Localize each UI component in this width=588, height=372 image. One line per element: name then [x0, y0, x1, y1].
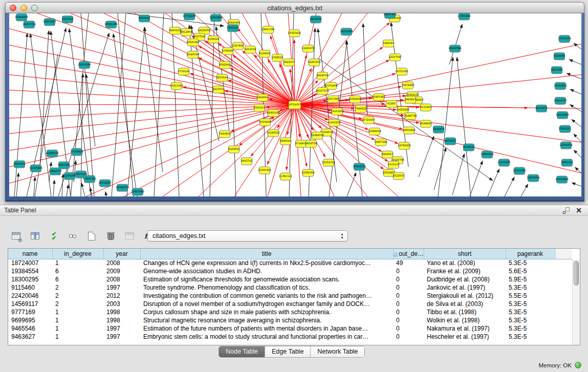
cell-title[interactable]: Estimation of significance thresholds fo…: [140, 275, 393, 283]
graph-node[interactable]: 15693251: [558, 125, 571, 133]
cell-title[interactable]: Investigating the contribution of common…: [140, 292, 393, 300]
graph-node[interactable]: 16958167: [98, 180, 111, 187]
cell-name[interactable]: 18300295: [8, 275, 52, 283]
cell-year[interactable]: 1997: [103, 324, 140, 333]
close-window-button[interactable]: [10, 5, 16, 11]
graph-node[interactable]: 8466160: [139, 15, 150, 22]
minimize-window-button[interactable]: [20, 5, 27, 11]
graph-node[interactable]: 10674487: [401, 82, 414, 89]
graph-node[interactable]: 11156863: [29, 165, 42, 172]
graph-node[interactable]: 7485083: [383, 40, 394, 47]
cell-pagerank[interactable]: 5.6E-5: [506, 267, 555, 275]
graph-node[interactable]: 8186328: [208, 36, 219, 43]
graph-node[interactable]: 8460654: [257, 94, 268, 101]
cell-pagerank[interactable]: 5.9E-5: [506, 275, 555, 283]
graph-node[interactable]: 10946204: [481, 151, 493, 158]
close-panel-icon[interactable]: ✕: [576, 206, 582, 214]
graph-node[interactable]: 8860123: [169, 27, 181, 34]
column-header-pagerank[interactable]: pagerank: [506, 249, 555, 259]
cell-short[interactable]: Hescheler et al. (1997): [424, 333, 506, 341]
cell-name[interactable]: 18724007: [8, 259, 52, 267]
graph-node[interactable]: 18325419: [288, 30, 300, 37]
tab-edge-table[interactable]: Edge Table: [265, 346, 311, 357]
cell-short[interactable]: Jankovic et al. (1997): [424, 283, 506, 292]
graph-node[interactable]: 19611795: [262, 26, 274, 33]
column-header-short[interactable]: short: [424, 249, 506, 259]
graph-node[interactable]: 20943905: [15, 14, 28, 21]
graph-node[interactable]: 1588520: [272, 54, 283, 61]
table-row[interactable]: 911546021997Tourette syndrome. Phenomeno…: [8, 283, 572, 292]
graph-node[interactable]: 15720407: [362, 117, 375, 124]
graph-node[interactable]: 9024519: [463, 144, 474, 151]
graph-node[interactable]: 17359924: [70, 148, 83, 156]
cell-year[interactable]: 1998: [103, 308, 140, 316]
cell-out_degree[interactable]: 49: [393, 259, 424, 267]
table-row[interactable]: 1872400712008Changes of HCN gene express…: [8, 259, 572, 267]
graph-node[interactable]: 8938334: [561, 159, 573, 166]
cell-year[interactable]: 2012: [103, 292, 140, 300]
graph-node[interactable]: 8624534: [317, 72, 328, 79]
cell-short[interactable]: Yano et al. (2008): [424, 259, 506, 267]
cell-short[interactable]: Wolkin et al. (1998): [424, 316, 506, 324]
tab-node-table[interactable]: Node Table: [219, 346, 265, 357]
graph-node[interactable]: 2803144: [216, 74, 228, 81]
graph-node[interactable]: 22420046: [186, 51, 199, 58]
graph-node[interactable]: 12093832: [554, 82, 567, 90]
graph-node[interactable]: 11431656: [328, 119, 340, 126]
graph-node[interactable]: 1527602: [62, 16, 73, 23]
table-row[interactable]: 2242004622012Investigating the contribut…: [8, 292, 572, 300]
graph-node[interactable]: 8813054: [310, 16, 321, 23]
graph-node[interactable]: 16543382: [186, 39, 199, 46]
cell-year[interactable]: 2009: [103, 267, 140, 275]
graph-node[interactable]: 9858756: [306, 140, 317, 147]
graph-node[interactable]: 15152745: [322, 159, 335, 166]
graph-node[interactable]: 1615132: [388, 161, 399, 168]
graph-node[interactable]: 16782759: [116, 184, 128, 191]
cell-pagerank[interactable]: 5.3E-5: [506, 316, 555, 324]
graph-node[interactable]: 10196522: [267, 129, 279, 137]
cell-out_degree[interactable]: 0: [393, 292, 424, 300]
cell-in_degree[interactable]: 1: [52, 308, 103, 316]
network-window-titlebar[interactable]: citations_edges.txt: [5, 2, 584, 13]
graph-node[interactable]: 8454749: [245, 46, 256, 53]
graph-node[interactable]: 19756928: [398, 142, 410, 149]
graph-node[interactable]: 19384554: [311, 132, 323, 139]
cell-pagerank[interactable]: 5.3E-5: [506, 259, 555, 267]
cell-pagerank[interactable]: 5.5E-5: [506, 292, 555, 300]
clear-selection-icon[interactable]: [66, 229, 79, 243]
cell-out_degree[interactable]: 0: [393, 275, 424, 283]
cell-in_degree[interactable]: 1: [52, 324, 103, 333]
cell-in_degree[interactable]: 2: [52, 283, 103, 292]
graph-node[interactable]: 9242844: [219, 61, 230, 69]
graph-node[interactable]: 18300295: [267, 110, 279, 117]
float-panel-icon[interactable]: [563, 207, 570, 214]
graph-node[interactable]: 8756085: [222, 48, 233, 55]
graph-node[interactable]: 9097588: [58, 162, 70, 169]
cell-name[interactable]: 9465546: [8, 324, 52, 333]
cell-short[interactable]: Dudbridge et al. (2008): [424, 275, 506, 283]
cell-in_degree[interactable]: 2: [52, 300, 103, 308]
select-all-icon[interactable]: ✔✔: [47, 229, 60, 243]
cell-short[interactable]: Stergiakouli et al. (2012): [424, 292, 506, 300]
cell-name[interactable]: 9463627: [8, 333, 52, 341]
graph-node[interactable]: 12104554: [559, 142, 572, 149]
graph-node[interactable]: 9115460: [420, 104, 431, 111]
graph-node[interactable]: 12923446: [131, 188, 144, 195]
graph-node[interactable]: 18407249: [374, 139, 387, 146]
table-row[interactable]: 969969511998Structural magnetic resonanc…: [8, 316, 572, 324]
graph-node[interactable]: 8427552: [213, 86, 224, 93]
import-table-icon[interactable]: [123, 229, 136, 243]
cell-out_degree[interactable]: 0: [393, 267, 424, 275]
graph-node[interactable]: 1145194: [64, 172, 75, 180]
memory-ok-icon[interactable]: [575, 362, 581, 368]
cell-name[interactable]: 14569117: [8, 300, 52, 308]
graph-node[interactable]: 10653257: [43, 18, 56, 26]
graph-node[interactable]: 7857224: [227, 25, 238, 32]
cell-name[interactable]: 19384554: [8, 267, 52, 275]
cell-name[interactable]: 9777169: [8, 308, 52, 316]
table-row[interactable]: 946554611997Estimation of the future num…: [8, 324, 572, 333]
cell-title[interactable]: Corpus callosum shape and size in male p…: [140, 308, 393, 316]
network-canvas[interactable]: 8860123891295418226058932754881863281654…: [9, 13, 581, 196]
graph-node[interactable]: 9227343: [551, 67, 562, 74]
cell-year[interactable]: 1998: [103, 316, 140, 324]
